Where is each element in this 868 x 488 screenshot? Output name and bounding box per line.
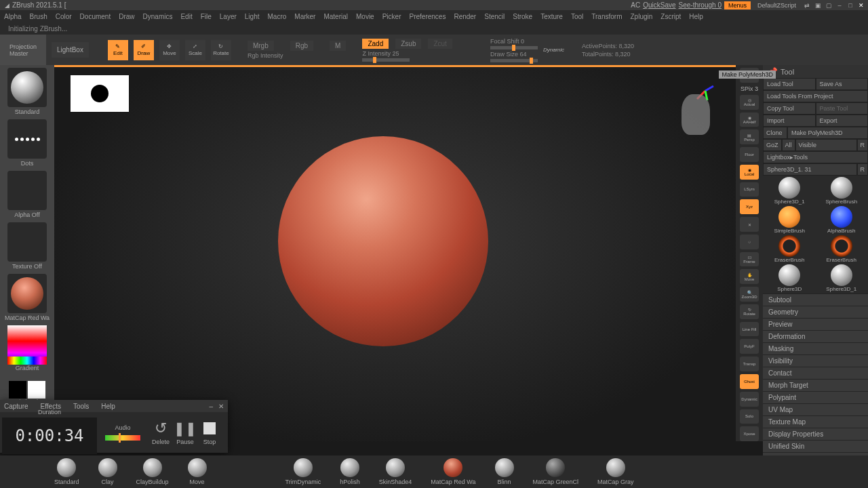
lsym-button[interactable]: LSym xyxy=(740,182,759,197)
tool-item[interactable]: Sphere3D_1 xyxy=(764,177,815,205)
z-intensity-slider[interactable]: Z Intensity 25 xyxy=(362,50,452,62)
menu-brush[interactable]: Brush xyxy=(30,13,47,20)
section-uvmap[interactable]: UV Map xyxy=(763,403,868,415)
tool-item[interactable]: Sphere3D xyxy=(764,264,815,292)
scale-mode-button[interactable]: ⤢Scale xyxy=(185,40,205,60)
lightbox-tools-button[interactable]: Lightbox▸Tools xyxy=(763,151,868,163)
export-button[interactable]: Export xyxy=(816,115,869,127)
persp-button[interactable]: ▤Persp xyxy=(740,129,759,144)
tool-panel-header[interactable]: 📌Tool xyxy=(763,65,868,78)
floor-button[interactable]: Floor xyxy=(740,147,759,162)
minimize-icon[interactable]: – xyxy=(835,1,844,9)
copy-tool-button[interactable]: Copy Tool xyxy=(763,102,816,115)
menu-tool[interactable]: Tool xyxy=(571,13,583,20)
edit-mode-button[interactable]: ✎Edit xyxy=(108,40,128,60)
xpose-button[interactable]: Xpose xyxy=(740,426,759,441)
move-view-button[interactable]: ✋Move xyxy=(740,269,759,284)
goz-button[interactable]: GoZ xyxy=(763,139,782,151)
tool-item[interactable]: SphereBrush xyxy=(816,177,867,205)
quicksave-button[interactable]: QuickSave xyxy=(643,1,675,9)
menu-light[interactable]: Light xyxy=(245,13,260,20)
rgb-button[interactable]: Rgb xyxy=(290,41,313,51)
menu-marker[interactable]: Marker xyxy=(294,13,315,20)
to-back-icon[interactable]: ▢ xyxy=(825,1,833,9)
alpha-slot[interactable] xyxy=(7,171,47,210)
focal-shift-slider[interactable]: Focal Shift 0 xyxy=(490,38,538,49)
shelf-standard[interactable]: Standard xyxy=(54,458,79,485)
lightbox-button[interactable]: LightBox xyxy=(52,42,89,58)
ghost-button[interactable]: Ghost xyxy=(740,374,759,389)
aahalf-button[interactable]: ◉AAHalf xyxy=(740,113,759,127)
menu-document[interactable]: Document xyxy=(80,13,111,20)
menu-picker[interactable]: Picker xyxy=(382,13,401,20)
current-tool-label[interactable]: Sphere3D_1. 31 xyxy=(763,163,857,176)
xyz-button[interactable]: Xyz xyxy=(740,199,759,214)
zcut-button[interactable]: Zcut xyxy=(428,39,452,49)
menu-zscript[interactable]: Zscript xyxy=(660,13,681,20)
gradient-label[interactable]: Gradient xyxy=(16,365,39,371)
section-visibility[interactable]: Visibility xyxy=(763,354,868,367)
transp-button[interactable]: Transp xyxy=(740,357,759,371)
shelf-matcapred[interactable]: MatCap Red Wa xyxy=(431,458,475,485)
rec-menu-help[interactable]: Help xyxy=(101,403,115,410)
make-polymesh-button[interactable]: Make PolyMesh3D xyxy=(787,127,868,139)
menu-movie[interactable]: Movie xyxy=(356,13,374,20)
tool-item[interactable]: Sphere3D_1 xyxy=(816,264,867,292)
shelf-clay[interactable]: Clay xyxy=(98,458,117,485)
dynamic-button[interactable]: Dynamic xyxy=(740,392,759,407)
float-icon[interactable]: ▣ xyxy=(814,1,822,9)
zoom-button[interactable]: 🔍Zoom3D xyxy=(740,287,759,302)
polyf-button[interactable]: PolyF xyxy=(740,339,759,354)
menu-alpha[interactable]: Alpha xyxy=(4,13,22,20)
stroke-slot[interactable] xyxy=(7,119,47,159)
menu-zplugin[interactable]: Zplugin xyxy=(631,13,653,20)
hue-strip[interactable] xyxy=(7,357,47,365)
menu-render[interactable]: Render xyxy=(454,13,476,20)
delete-button[interactable]: ↺Delete xyxy=(152,420,170,445)
menu-stroke[interactable]: Stroke xyxy=(513,13,532,20)
close-icon[interactable]: ✕ xyxy=(857,1,865,9)
shelf-trimdynamic[interactable]: TrimDynamic xyxy=(285,458,321,485)
r2-button[interactable]: R xyxy=(857,163,869,176)
color-picker[interactable] xyxy=(7,325,47,365)
texture-slot[interactable] xyxy=(7,222,47,262)
menu-material[interactable]: Material xyxy=(323,13,348,20)
clone-button[interactable]: Clone xyxy=(763,127,787,139)
draw-size-slider[interactable]: Draw Size 64 xyxy=(490,51,538,62)
menu-texture[interactable]: Texture xyxy=(540,13,563,20)
dynamic-label[interactable]: Dynamic xyxy=(543,47,564,53)
menu-dynamics[interactable]: Dynamics xyxy=(143,13,173,20)
shelf-claybuildup[interactable]: ClayBuildup xyxy=(136,458,169,485)
camera-head-icon[interactable] xyxy=(682,94,710,135)
tool-item[interactable]: EraserBrush xyxy=(816,235,867,263)
x-axis-button[interactable]: ✕ xyxy=(740,217,759,232)
shelf-matcapgreen[interactable]: MatCap GreenCl xyxy=(533,458,579,485)
menu-macro[interactable]: Macro xyxy=(268,13,287,20)
sphere-mesh[interactable] xyxy=(278,136,488,346)
y-axis-button[interactable]: ○ xyxy=(740,235,759,249)
zsub-button[interactable]: Zsub xyxy=(395,39,421,49)
move-mode-button[interactable]: ✥Move xyxy=(159,40,180,60)
seethrough-slider[interactable]: See-through 0 xyxy=(679,1,722,9)
default-zscript[interactable]: DefaultZScript xyxy=(753,1,800,9)
spix-label[interactable]: SPix 3 xyxy=(741,85,758,92)
local-button[interactable]: ◉Local xyxy=(740,165,759,180)
tool-item[interactable]: EraserBrush xyxy=(764,235,815,263)
swatch-white[interactable] xyxy=(28,381,45,399)
arrow-left-right-icon[interactable]: ⇄ xyxy=(803,1,811,9)
brush-slot[interactable] xyxy=(7,68,47,107)
menu-preferences[interactable]: Preferences xyxy=(409,13,446,20)
import-button[interactable]: Import xyxy=(763,115,816,127)
m-button[interactable]: M xyxy=(330,41,346,51)
section-morphtarget[interactable]: Morph Target xyxy=(763,379,868,391)
frame-button[interactable]: ⊡Frame xyxy=(740,252,759,267)
pause-button[interactable]: ❚❚Pause xyxy=(176,420,194,445)
all-button[interactable]: All xyxy=(782,139,795,151)
section-displayprops[interactable]: Display Properties xyxy=(763,428,868,440)
actual-button[interactable]: ◎Actual xyxy=(740,95,759,110)
load-from-project-button[interactable]: Load Tools From Project xyxy=(763,90,868,102)
section-geometry[interactable]: Geometry xyxy=(763,306,868,318)
section-contact[interactable]: Contact xyxy=(763,367,868,379)
material-slot[interactable] xyxy=(7,274,47,313)
menu-stencil[interactable]: Stencil xyxy=(484,13,505,20)
